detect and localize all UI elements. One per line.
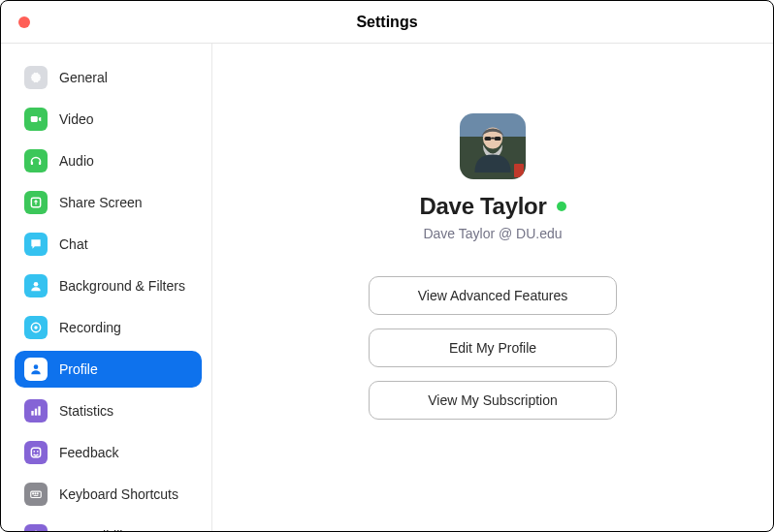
sidebar-item-share-screen[interactable]: Share Screen — [15, 184, 202, 221]
svg-point-13 — [37, 451, 39, 453]
profile-panel: Dave Taylor Dave Taylor @ DU.edu View Ad… — [212, 44, 773, 531]
sidebar-item-label: Profile — [59, 361, 98, 377]
profile-display-name: Dave Taylor — [420, 193, 547, 220]
stats-icon — [24, 399, 48, 422]
svg-point-6 — [34, 326, 38, 329]
sidebar-item-accessibility[interactable]: Accessibility — [15, 517, 202, 532]
sidebar-item-label: Audio — [59, 153, 94, 169]
sidebar-item-general[interactable]: General — [15, 59, 202, 96]
sidebar-item-label: General — [59, 70, 108, 85]
sidebar-item-keyboard-shortcuts[interactable]: Keyboard Shortcuts — [15, 476, 202, 513]
record-icon — [24, 316, 48, 339]
gear-icon — [24, 66, 48, 89]
sidebar-item-chat[interactable]: Chat — [15, 226, 202, 263]
window-title: Settings — [1, 14, 773, 31]
svg-rect-8 — [31, 411, 33, 416]
sidebar-item-label: Video — [59, 111, 94, 127]
svg-rect-1 — [31, 162, 33, 166]
profile-icon — [24, 358, 48, 381]
keyboard-icon — [24, 483, 48, 506]
settings-sidebar: GeneralVideoAudioShare ScreenChatBackgro… — [1, 44, 212, 531]
svg-rect-9 — [35, 409, 37, 416]
presence-status-icon — [557, 202, 566, 211]
sidebar-item-profile[interactable]: Profile — [15, 351, 202, 388]
svg-point-7 — [34, 364, 39, 369]
svg-point-12 — [33, 451, 35, 453]
video-icon — [24, 108, 48, 131]
svg-point-15 — [33, 493, 34, 494]
sidebar-item-video[interactable]: Video — [15, 101, 202, 138]
svg-point-4 — [34, 282, 39, 287]
sidebar-item-audio[interactable]: Audio — [15, 142, 202, 179]
svg-point-16 — [35, 493, 36, 494]
sidebar-item-label: Feedback — [59, 445, 118, 460]
svg-rect-18 — [34, 495, 39, 496]
sidebar-item-label: Background & Filters — [59, 278, 185, 294]
sidebar-item-feedback[interactable]: Feedback — [15, 434, 202, 471]
svg-rect-2 — [39, 162, 41, 166]
share-icon — [24, 191, 48, 214]
sidebar-item-label: Share Screen — [59, 195, 143, 210]
sidebar-item-label: Keyboard Shortcuts — [59, 486, 178, 502]
svg-rect-23 — [491, 138, 494, 140]
sidebar-item-statistics[interactable]: Statistics — [15, 392, 202, 429]
edit-my-profile-button[interactable]: Edit My Profile — [369, 329, 617, 367]
titlebar: Settings — [1, 1, 773, 44]
sidebar-item-label: Statistics — [59, 403, 113, 419]
svg-rect-22 — [495, 137, 501, 141]
audio-icon — [24, 149, 48, 172]
svg-rect-21 — [485, 137, 492, 141]
sidebar-item-label: Accessibility — [59, 528, 133, 532]
svg-point-17 — [37, 493, 38, 494]
traffic-lights — [18, 16, 30, 28]
sidebar-item-label: Recording — [59, 320, 121, 335]
person-bg-icon — [24, 274, 48, 297]
sidebar-item-background-filters[interactable]: Background & Filters — [15, 267, 202, 304]
sidebar-item-recording[interactable]: Recording — [15, 309, 202, 346]
svg-rect-10 — [38, 406, 40, 415]
close-window-icon[interactable] — [18, 16, 30, 28]
view-my-subscription-button[interactable]: View My Subscription — [369, 381, 617, 420]
view-advanced-features-button[interactable]: View Advanced Features — [369, 276, 617, 315]
svg-rect-0 — [31, 116, 38, 122]
profile-email: Dave Taylor @ DU.edu — [423, 226, 562, 241]
feedback-icon — [24, 441, 48, 464]
sidebar-item-label: Chat — [59, 236, 88, 252]
a11y-icon — [24, 524, 48, 532]
avatar[interactable] — [460, 113, 526, 179]
svg-rect-14 — [31, 491, 42, 497]
chat-icon — [24, 233, 48, 256]
